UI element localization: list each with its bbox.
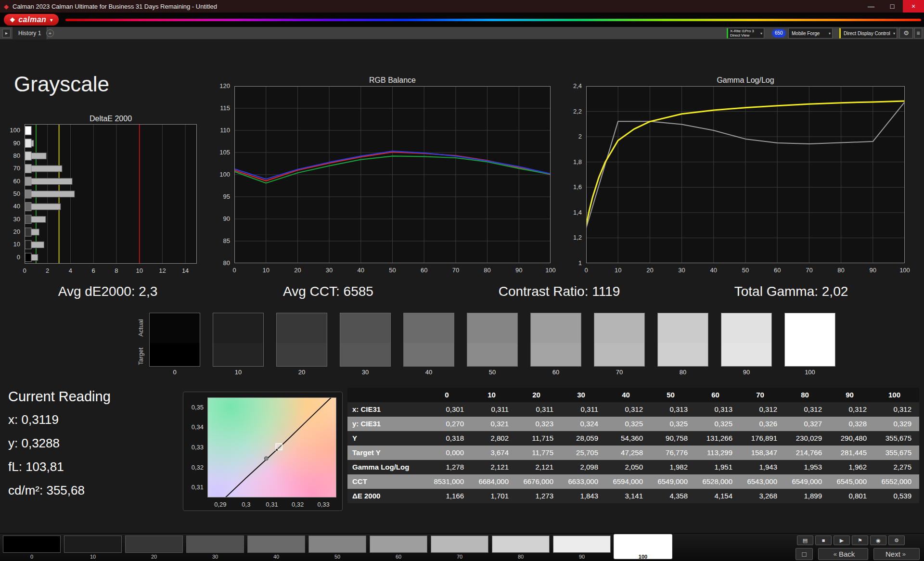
rgb-balance-plot [234, 86, 551, 263]
source-selector[interactable]: Mobile Forge ▾ [788, 28, 833, 38]
grayscale-swatch-70[interactable] [594, 313, 645, 367]
axis-tick-label: 20 [640, 267, 659, 274]
table-cell: 0,313 [651, 402, 695, 417]
close-button[interactable]: × [903, 0, 924, 13]
next-button[interactable]: Next » [873, 548, 920, 560]
table-cell: 176,891 [740, 431, 785, 446]
table-cell: 1,943 [740, 460, 785, 474]
record-icon[interactable]: ◉ [870, 536, 886, 545]
axis-tick-label: 0,32 [286, 501, 309, 509]
patch-button-80[interactable]: 80 [492, 536, 550, 560]
patch-button-10[interactable]: 10 [64, 536, 122, 560]
patch-grid-icon[interactable]: ▤ [797, 536, 813, 545]
window-title: Calman 2023 Calman Ultimate for Business… [13, 3, 217, 10]
table-cell: 0,801 [830, 489, 874, 503]
patch-button-40[interactable]: 40 [247, 536, 305, 560]
patch-button-0[interactable]: 0 [3, 536, 61, 560]
axis-tick-label: 70 [0, 165, 20, 172]
avg-cct-value: Avg CCT: 6585 [283, 284, 373, 299]
cie-plot [207, 397, 336, 497]
stop-icon[interactable]: ■ [815, 536, 832, 545]
patch-button-50[interactable]: 50 [308, 536, 366, 560]
maximize-button[interactable]: □ [882, 0, 903, 13]
table-cell: 0,318 [427, 431, 472, 446]
axis-tick-label: 1,2 [566, 234, 582, 242]
menu-icon[interactable]: ≡ [914, 28, 922, 38]
table-cell: 0,321 [472, 417, 516, 431]
grayscale-swatch-40[interactable] [403, 313, 454, 367]
grayscale-swatch-20[interactable] [276, 313, 327, 367]
grayscale-swatch-90[interactable] [721, 313, 772, 367]
axis-tick-label: 14 [176, 267, 195, 275]
axis-tick-label: 1,8 [566, 158, 582, 166]
tab-history-1[interactable]: History 1 [13, 27, 47, 39]
grayscale-swatch-0[interactable] [149, 313, 200, 367]
axis-tick-label: 10 [608, 267, 628, 274]
meter-selector[interactable]: X-Rite i1Pro 3 Direct View ▾ [727, 28, 764, 38]
deltae-plot [25, 124, 197, 264]
patch-color [64, 536, 122, 553]
swatch-target [404, 343, 454, 366]
table-header-cell: 80 [785, 388, 830, 402]
axis-tick-label: 100 [895, 267, 914, 274]
table-cell: 214,766 [785, 446, 830, 460]
swatch-level-label: 50 [467, 369, 518, 376]
patch-button-70[interactable]: 70 [431, 536, 488, 560]
calman-logo-text: calman [18, 15, 46, 24]
back-button[interactable]: « Back [818, 548, 868, 560]
add-tab-button[interactable]: + [46, 29, 54, 37]
display-control-selector[interactable]: Direct Display Control ▾ [839, 28, 897, 38]
grayscale-swatch-30[interactable] [340, 313, 391, 367]
patch-button-30[interactable]: 30 [186, 536, 244, 560]
table-cell: 0,329 [874, 417, 919, 431]
flag-icon[interactable]: ⚑ [852, 536, 868, 545]
axis-tick-label: 8 [107, 267, 126, 275]
row-label: Y [347, 431, 427, 446]
table-cell: 6594,000 [606, 474, 651, 489]
grayscale-swatch-10[interactable] [213, 313, 264, 367]
patch-label: 40 [247, 554, 305, 560]
patch-button-20[interactable]: 20 [125, 536, 183, 560]
bottom-bar: 0102030405060708090100 ▤■▶⚑◉⚙ □ « Back N… [0, 533, 924, 561]
table-cell: 6552,000 [874, 474, 919, 489]
patch-color [431, 536, 488, 553]
axis-tick-label: 2 [38, 267, 57, 275]
axis-tick-label: 70 [799, 267, 819, 274]
table-cell: 2,121 [472, 460, 516, 474]
patch-window-button[interactable]: □ [796, 548, 813, 560]
calman-logo-button[interactable]: ❖ calman ▾ [4, 14, 59, 26]
table-cell: 11,775 [516, 446, 561, 460]
grayscale-swatch-50[interactable] [467, 313, 518, 367]
gamma-chart: Gamma Log/Log 11,21,41,61,822,22,4010203… [566, 76, 924, 284]
grayscale-swatch-80[interactable] [657, 313, 708, 367]
patch-button-100[interactable]: 100 [614, 535, 672, 559]
swatch-actual [213, 313, 263, 343]
table-cell: 290,480 [830, 431, 874, 446]
table-header-cell: 90 [830, 388, 874, 402]
axis-tick-label: 12 [153, 267, 172, 275]
axis-tick-label: 20 [288, 267, 307, 274]
table-header-cell: 30 [561, 388, 606, 402]
patch-button-60[interactable]: 60 [370, 536, 427, 560]
table-cell: 3,268 [740, 489, 785, 503]
forward-icon: » [902, 550, 906, 558]
table-cell: 1,843 [561, 489, 606, 503]
settings-icon[interactable]: ⚙ [888, 536, 905, 545]
calman-app-icon: ◆ [4, 3, 9, 10]
table-cell: 76,776 [651, 446, 695, 460]
table-cell: 0,312 [606, 402, 651, 417]
history-nav-button[interactable]: ▸ [2, 29, 11, 38]
axis-tick-label: 0,33 [312, 501, 335, 509]
meter-sync-badge[interactable]: 650 [772, 29, 786, 38]
grayscale-swatch-60[interactable] [530, 313, 581, 367]
rewind-icon: « [834, 550, 837, 558]
axis-tick-label: 0 [577, 267, 596, 274]
patch-button-90[interactable]: 90 [553, 536, 611, 560]
axis-tick-label: 1,4 [566, 209, 582, 217]
play-icon[interactable]: ▶ [834, 536, 850, 545]
axis-tick-label: 80 [0, 152, 20, 160]
axis-tick-label: 0,35 [183, 404, 204, 411]
minimize-button[interactable]: — [860, 0, 882, 13]
gear-icon[interactable]: ⚙ [899, 28, 913, 38]
grayscale-swatch-100[interactable] [784, 313, 835, 367]
